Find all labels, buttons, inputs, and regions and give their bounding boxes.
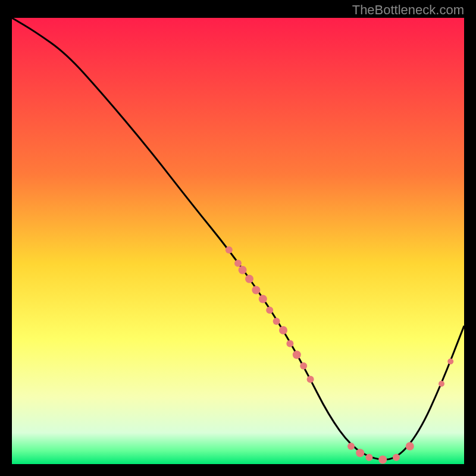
data-marker bbox=[273, 318, 280, 325]
data-marker bbox=[356, 449, 364, 457]
data-marker bbox=[239, 266, 247, 274]
data-marker bbox=[279, 326, 287, 334]
data-marker bbox=[307, 376, 314, 383]
chart-container: TheBottleneck.com bbox=[0, 0, 476, 476]
data-marker bbox=[300, 362, 307, 369]
data-marker bbox=[365, 454, 372, 461]
data-marker bbox=[234, 260, 242, 267]
gradient-background bbox=[12, 18, 464, 464]
data-marker bbox=[286, 340, 293, 347]
plot-area bbox=[12, 18, 464, 464]
attribution-text: TheBottleneck.com bbox=[352, 2, 464, 18]
data-marker bbox=[347, 443, 355, 450]
data-marker bbox=[266, 306, 273, 314]
data-marker bbox=[226, 246, 233, 253]
data-marker bbox=[245, 275, 253, 283]
data-marker bbox=[393, 454, 400, 461]
data-marker bbox=[259, 295, 267, 303]
data-marker bbox=[293, 350, 301, 359]
data-marker bbox=[447, 359, 453, 365]
data-marker bbox=[378, 456, 387, 464]
data-marker bbox=[252, 286, 260, 295]
plot-svg bbox=[12, 18, 464, 464]
data-marker bbox=[439, 381, 444, 387]
data-marker bbox=[406, 442, 414, 450]
